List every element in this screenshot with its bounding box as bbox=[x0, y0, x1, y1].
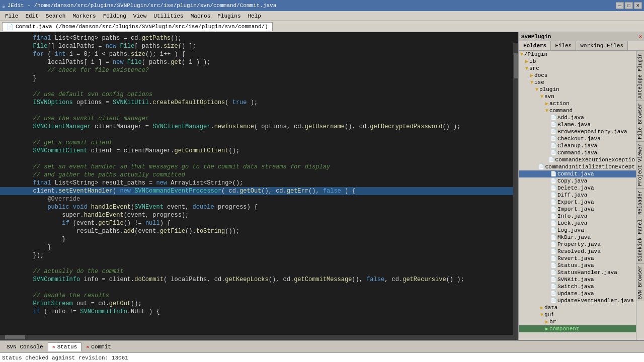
menu-view[interactable]: View bbox=[130, 12, 149, 20]
tree-item-add[interactable]: 📄 Add.java bbox=[519, 114, 636, 121]
file-icon: 📄 bbox=[548, 157, 554, 163]
tree-item-status[interactable]: 📄 Status.java bbox=[519, 262, 636, 269]
tree-item-data[interactable]: ▶ data bbox=[519, 304, 636, 311]
tree-item-command-java[interactable]: 📄 Command.java bbox=[519, 149, 636, 156]
main-area: final List<String> paths = cd.getPaths()… bbox=[0, 32, 644, 340]
folder-icon: ▶ bbox=[540, 305, 543, 311]
maximize-button[interactable]: □ bbox=[625, 2, 633, 9]
menu-markers[interactable]: Markers bbox=[69, 12, 99, 20]
file-tree[interactable]: ▼ /Plugin ▶ ib ▼ src ▶ docs bbox=[519, 51, 636, 340]
tree-item-br[interactable]: ▶ br bbox=[519, 318, 636, 325]
tree-label: Diff.java bbox=[557, 192, 587, 198]
code-line: // actually do the commit bbox=[0, 267, 518, 276]
file-icon: 📄 bbox=[550, 255, 556, 261]
tree-item-export[interactable]: 📄 Export.java bbox=[519, 199, 636, 206]
tree-item-ise[interactable]: ▼ ise bbox=[519, 79, 636, 86]
menu-utilities[interactable]: Utilities bbox=[150, 12, 186, 20]
tree-item-cmdinit[interactable]: 📄 CommandInitializationExcept bbox=[519, 163, 636, 170]
tree-item-update[interactable]: 📄 Update.java bbox=[519, 290, 636, 297]
file-icon: 📄 bbox=[550, 185, 556, 191]
menu-search[interactable]: Search bbox=[43, 12, 69, 20]
file-icon: 📄 bbox=[550, 129, 556, 135]
svn-tab-folders[interactable]: Folders bbox=[519, 41, 551, 50]
file-icon: 📄 bbox=[550, 206, 556, 212]
code-line: // get a commit client bbox=[0, 139, 518, 147]
tree-item-switch[interactable]: 📄 Switch.java bbox=[519, 283, 636, 290]
file-icon: 📄 bbox=[550, 234, 556, 240]
tree-item-cmdexc[interactable]: 📄 CommandExecutionExceptio bbox=[519, 156, 636, 163]
tree-item-plugin[interactable]: ▼ /Plugin bbox=[519, 51, 636, 58]
scrollbar-thumb-h[interactable] bbox=[5, 335, 25, 339]
tree-item-revert[interactable]: 📄 Revert.java bbox=[519, 255, 636, 262]
tree-label: ise bbox=[534, 79, 544, 85]
folder-icon: ▼ bbox=[545, 108, 548, 114]
menu-macros[interactable]: Macros bbox=[188, 12, 214, 20]
tree-item-svn[interactable]: ▼ svn bbox=[519, 93, 636, 100]
menu-folding[interactable]: Folding bbox=[100, 12, 129, 20]
tree-item-resolved[interactable]: 📄 Resolved.java bbox=[519, 248, 636, 255]
code-line-highlighted: client.setEventHandler( new SVNCommandEv… bbox=[0, 187, 518, 195]
tree-item-log[interactable]: 📄 Log.java bbox=[519, 227, 636, 234]
console-area: SVN Console ✕ Status ✕ Commit Status che… bbox=[0, 340, 644, 362]
tree-item-blame[interactable]: 📄 Blame.java bbox=[519, 121, 636, 128]
side-label-sidekick[interactable]: Sidekick Panel bbox=[636, 217, 644, 263]
menu-file[interactable]: File bbox=[2, 12, 21, 20]
tree-item-action[interactable]: ▶ action bbox=[519, 100, 636, 107]
tree-item-ib[interactable]: ▶ ib bbox=[519, 58, 636, 65]
console-close-icon[interactable]: ✕ bbox=[86, 344, 89, 350]
tree-item-info[interactable]: 📄 Info.java bbox=[519, 213, 636, 220]
editor-horizontal-scrollbar[interactable] bbox=[0, 335, 513, 340]
svn-tab-working-files[interactable]: Working Files bbox=[576, 41, 628, 50]
tree-item-gui[interactable]: ▼ gui bbox=[519, 311, 636, 318]
minimize-button[interactable]: ─ bbox=[616, 2, 624, 9]
menu-edit[interactable]: Edit bbox=[22, 12, 41, 20]
tree-item-checkout[interactable]: 📄 Checkout.java bbox=[519, 135, 636, 142]
code-line bbox=[0, 155, 518, 163]
file-tab-commit[interactable]: 📄 Commit.java (/home/danson/src/plugins/… bbox=[2, 22, 273, 31]
console-tab-status[interactable]: ✕ Status bbox=[48, 342, 82, 351]
editor-content[interactable]: final List<String> paths = cd.getPaths()… bbox=[0, 32, 518, 340]
close-button[interactable]: ✕ bbox=[634, 2, 642, 9]
title-left: ☕ JEdit - /home/danson/src/plugins/SVNPl… bbox=[2, 3, 276, 9]
tree-label: Cleanup.java bbox=[557, 143, 597, 149]
tree-item-docs[interactable]: ▶ docs bbox=[519, 72, 636, 79]
tree-item-cleanup[interactable]: 📄 Cleanup.java bbox=[519, 142, 636, 149]
tree-item-mkdir[interactable]: 📄 MkDir.java bbox=[519, 234, 636, 241]
tree-label: Lock.java bbox=[557, 220, 587, 226]
tree-item-lock[interactable]: 📄 Lock.java bbox=[519, 220, 636, 227]
tree-item-delete[interactable]: 📄 Delete.java bbox=[519, 185, 636, 192]
tree-item-commit-java[interactable]: 📄 Commit.java bbox=[519, 170, 636, 177]
side-label-antelope[interactable]: Antelope Plugin bbox=[636, 51, 644, 101]
tree-item-command[interactable]: ▼ command bbox=[519, 107, 636, 114]
menu-plugins[interactable]: Plugins bbox=[214, 12, 244, 20]
side-label-projectviewer[interactable]: Project Viewer bbox=[636, 141, 644, 188]
tree-item-import[interactable]: 📄 Import.java bbox=[519, 206, 636, 213]
side-label-filebrowser[interactable]: File Browser bbox=[636, 101, 644, 141]
tree-item-diff[interactable]: 📄 Diff.java bbox=[519, 192, 636, 199]
console-tab-commit[interactable]: ✕ Commit bbox=[82, 342, 116, 351]
tree-item-statushandler[interactable]: 📄 StatusHandler.java bbox=[519, 269, 636, 276]
tree-item-plugin-folder[interactable]: ▼ plugin bbox=[519, 86, 636, 93]
console-close-icon[interactable]: ✕ bbox=[52, 344, 55, 350]
code-line: // and gather the paths actually committ… bbox=[0, 171, 518, 179]
side-label-svnbrowser[interactable]: SVN Browser bbox=[636, 263, 644, 301]
tree-item-copy[interactable]: 📄 Copy.java bbox=[519, 177, 636, 185]
menu-help[interactable]: Help bbox=[245, 12, 264, 20]
tree-item-src[interactable]: ▼ src bbox=[519, 65, 636, 72]
file-icon: 📄 bbox=[550, 248, 556, 254]
editor-vertical-scrollbar[interactable] bbox=[513, 43, 518, 340]
code-editor[interactable]: final List<String> paths = cd.getPaths()… bbox=[0, 32, 518, 340]
scrollbar-thumb[interactable] bbox=[514, 53, 518, 78]
file-icon: 📄 bbox=[538, 164, 544, 170]
tree-item-updateeventhandler[interactable]: 📄 UpdateEventHandler.java bbox=[519, 297, 636, 304]
tree-item-browserep[interactable]: 📄 BrowseRepository.java bbox=[519, 128, 636, 135]
code-line: if (event.getFile() != null) { bbox=[0, 219, 518, 227]
tree-item-property[interactable]: 📄 Property.java bbox=[519, 241, 636, 248]
side-label-reloader[interactable]: Reloader bbox=[636, 188, 644, 217]
code-line: } bbox=[0, 235, 518, 243]
console-tab-svnconsole[interactable]: SVN Console bbox=[2, 342, 48, 351]
svn-tab-files[interactable]: Files bbox=[551, 41, 576, 50]
tree-item-component[interactable]: ▶ component bbox=[519, 325, 636, 332]
tree-item-svnkit[interactable]: 📄 SVNKit.java bbox=[519, 276, 636, 283]
svn-close-icon[interactable]: ✕ bbox=[638, 33, 642, 40]
